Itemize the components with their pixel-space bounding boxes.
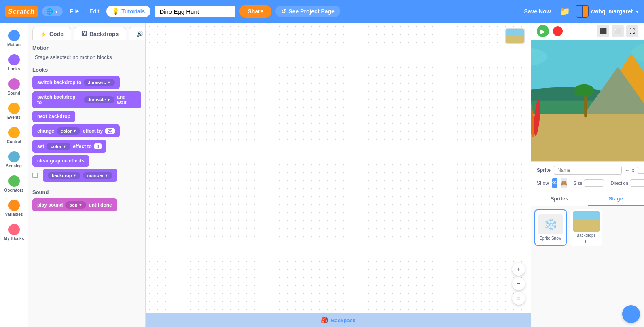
scratch-logo[interactable]: Scratch — [5, 6, 38, 17]
motion-dot — [8, 30, 20, 41]
block-row-7: backdrop ▼ number ▼ — [32, 169, 141, 182]
pop-pill[interactable]: pop ▼ — [65, 201, 86, 209]
switch-backdrop-block[interactable]: switch backdrop to Jurassic ▼ — [32, 76, 120, 89]
sidebar-item-sound[interactable]: Sound — [0, 75, 28, 99]
size-label: Size — [574, 181, 582, 186]
next-backdrop-block[interactable]: next backdrop — [32, 111, 75, 122]
x-input[interactable] — [637, 167, 644, 174]
color-pill-1[interactable]: color ▼ — [57, 127, 80, 135]
variables-label: Variables — [5, 212, 23, 217]
svg-rect-2 — [583, 6, 588, 17]
show-hidden-button[interactable]: 🙈 — [561, 178, 567, 188]
block-row-5: set color ▼ effect to 0 — [32, 140, 141, 153]
effect-value-0[interactable]: 0 — [94, 143, 102, 149]
effect-value-25[interactable]: 25 — [105, 128, 115, 134]
sidebar-item-control[interactable]: Control — [0, 124, 28, 147]
operators-label: Operators — [4, 188, 24, 192]
color-pill-2[interactable]: color ▼ — [47, 143, 70, 150]
backdrop-pill[interactable]: backdrop ▼ — [48, 172, 80, 179]
show-label: Show — [537, 180, 549, 186]
direction-label: Direction — [610, 181, 628, 186]
globe-icon: 🌐 — [46, 8, 53, 15]
globe-button[interactable]: 🌐 ▼ — [42, 6, 63, 16]
events-label: Events — [7, 115, 21, 120]
tab-stage[interactable]: Stage — [588, 192, 644, 206]
see-project-button[interactable]: ↺ See Project Page — [275, 6, 340, 17]
control-dot — [8, 127, 20, 138]
save-now-button[interactable]: Save Now — [521, 6, 554, 16]
number-pill[interactable]: number ▼ — [83, 172, 112, 179]
zoom-out-button[interactable]: − — [512, 277, 525, 290]
set-color-block[interactable]: set color ▼ effect to 0 — [32, 140, 106, 153]
stage-card[interactable]: Backdrops 6 — [570, 209, 602, 246]
sound-label: Sound — [8, 91, 20, 95]
sprite-name-input[interactable] — [554, 166, 622, 175]
play-sound-block[interactable]: play sound pop ▼ until done — [32, 198, 117, 211]
sidebar-item-events[interactable]: Events — [0, 99, 28, 123]
sidebar-item-looks[interactable]: Looks — [0, 51, 28, 74]
user-dropdown-arrow: ▼ — [635, 9, 639, 14]
zoom-controls: + − = — [512, 263, 525, 305]
x-label: x — [632, 168, 634, 173]
switch-backdrop-wait-block[interactable]: switch backdrop to Jurassic ▼ and wait — [32, 91, 141, 108]
stop-button[interactable] — [553, 26, 563, 36]
file-menu[interactable]: File — [67, 6, 83, 16]
block-row-3: next backdrop — [32, 111, 141, 122]
backdrops-icon: 🖼 — [81, 31, 87, 37]
tab-code[interactable]: ⚡ Code — [32, 27, 71, 40]
looks-section-title: Looks — [32, 67, 141, 73]
sprite-info-row: Sprite ↔ x ↕ y — [537, 166, 638, 175]
looks-label: Looks — [8, 67, 20, 71]
fullscreen-button[interactable]: ⛶ — [626, 25, 638, 37]
sprite-thumb-snow: ❄️ — [538, 214, 563, 234]
coord-row: ↔ x ↕ y — [625, 167, 644, 174]
editor-area: + − = 🎒 Backpack — [146, 23, 531, 327]
zoom-reset-button[interactable]: = — [512, 292, 525, 305]
zoom-in-button[interactable]: + — [512, 263, 525, 276]
add-sprite-button[interactable]: + — [622, 305, 640, 323]
tutorials-button[interactable]: 💡 Tutorials — [106, 6, 150, 17]
looks-dot — [8, 54, 20, 65]
sound-dot — [8, 78, 20, 90]
sprite-card-snow[interactable]: ❄️ Sprite Snow — [534, 209, 567, 246]
block-row-6: clear graphic effects — [32, 155, 141, 167]
stage-controls: ▶ ⬛ ⬜ ⛶ — [531, 23, 644, 40]
svg-point-19 — [574, 84, 594, 97]
show-visible-button[interactable]: 👁 — [552, 178, 557, 188]
folder-icon[interactable]: 📁 — [558, 5, 572, 18]
edit-menu[interactable]: Edit — [86, 6, 102, 16]
bottom-tabs: Sprites Stage — [531, 192, 644, 206]
blocks-panel: ⚡ Code 🖼 Backdrops 🔊 Sounds Motion Stage… — [28, 23, 146, 327]
small-stage-button[interactable]: ⬛ — [597, 25, 609, 37]
tab-backdrops[interactable]: 🖼 Backdrops — [74, 27, 126, 40]
jurassic-pill-2[interactable]: Jurassic ▼ — [84, 96, 115, 103]
tab-sprites[interactable]: Sprites — [531, 192, 588, 206]
project-name-input[interactable] — [155, 6, 235, 17]
backdrop-number-block[interactable]: backdrop ▼ number ▼ — [43, 169, 117, 182]
backdrop-check[interactable] — [32, 173, 38, 178]
share-button[interactable]: Share — [239, 5, 271, 18]
sidebar-item-myblocks[interactable]: My Blocks — [0, 221, 28, 244]
sidebar-item-operators[interactable]: Operators — [0, 172, 28, 196]
jurassic-pill-1[interactable]: Jurassic ▼ — [84, 79, 115, 86]
normal-stage-button[interactable]: ⬜ — [612, 25, 624, 37]
right-panel: ▶ ⬛ ⬜ ⛶ — [531, 23, 644, 327]
tab-sounds[interactable]: 🔊 Sounds — [129, 27, 146, 40]
main-area: Motion Looks Sound Events Control Sensin… — [0, 23, 644, 327]
stage-canvas — [531, 40, 644, 161]
stage-view — [531, 40, 644, 161]
green-flag-button[interactable]: ▶ — [537, 25, 549, 37]
direction-input[interactable] — [630, 179, 644, 187]
user-badge[interactable]: cwhq_margaret ▼ — [576, 5, 639, 18]
change-color-block[interactable]: change color ▼ effect by 25 — [32, 124, 120, 137]
clear-effects-block[interactable]: clear graphic effects — [32, 155, 89, 167]
size-input[interactable] — [584, 179, 604, 187]
sidebar-item-variables[interactable]: Variables — [0, 196, 28, 220]
svg-rect-1 — [576, 6, 582, 17]
tabs-row: ⚡ Code 🖼 Backdrops 🔊 Sounds — [32, 27, 141, 40]
control-label: Control — [7, 139, 21, 144]
sidebar-item-motion[interactable]: Motion — [0, 27, 28, 50]
backpack-bar[interactable]: 🎒 Backpack — [146, 313, 531, 327]
sidebar-item-sensing[interactable]: Sensing — [0, 148, 28, 171]
events-dot — [8, 103, 20, 114]
